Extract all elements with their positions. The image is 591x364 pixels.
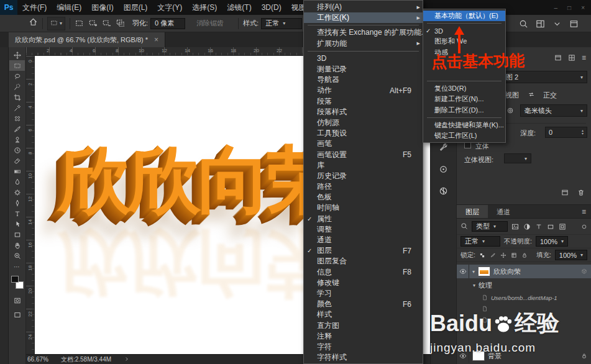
screen-mode-button[interactable] [9,309,25,320]
menu-item[interactable]: 样式 [304,309,423,320]
menu-item[interactable]: 字符样式 [304,352,423,363]
intersect-selection-icon[interactable] [116,19,125,28]
move-lock-icon[interactable] [500,252,506,258]
workspace-switcher-icon[interactable] [536,19,545,29]
wrench-icon[interactable] [439,143,448,152]
filter-toggle-icon[interactable] [581,224,587,230]
menu-item[interactable]: 学习 [304,288,423,299]
menu-item[interactable]: 库 [304,160,423,171]
menu-item[interactable]: ✓图层F7 [304,245,423,256]
artboard-lock-icon[interactable] [511,252,517,258]
menu-item[interactable]: 动作Alt+F9 [304,85,423,96]
shape-tool[interactable] [9,229,25,240]
chevron-right-icon[interactable] [124,356,130,362]
minimize-button[interactable]: – [554,4,558,11]
quick-mask-button[interactable] [9,295,25,306]
zoom-level[interactable]: 66.67% [27,356,48,363]
panel-icon[interactable] [561,189,569,196]
vertical-ruler[interactable]: 024681012141618202224 [26,56,35,354]
menu-item[interactable]: 时间轴 [304,202,423,213]
menubar-item[interactable]: 滤镜(T) [222,0,256,15]
depth-stepper[interactable]: 0 ▴▾ [545,127,587,138]
filter-type-select[interactable]: 类型 ▾ [472,221,508,232]
smart-object-filter-icon[interactable] [559,223,566,230]
gradient-tool[interactable] [9,166,25,176]
menu-item[interactable]: 锁定工作区(L) [423,130,505,141]
menubar-item[interactable]: 3D(D) [257,0,286,15]
blend-mode-select[interactable]: 正常 ▾ [460,236,500,247]
menu-item[interactable]: 修改键 [304,278,423,288]
menu-item[interactable]: 直方图 [304,320,423,330]
style-select[interactable]: 正常 ▾ [261,18,302,29]
menu-item[interactable]: 注释 [304,331,423,342]
menu-item[interactable]: 通道 [304,235,423,245]
new-selection-icon[interactable] [75,19,84,28]
menubar-item[interactable]: 图层(L) [119,0,153,15]
menu-item[interactable]: 画笔设置F5 [304,149,423,160]
menu-item[interactable]: 复位3D(R) [423,83,505,94]
brush-tool[interactable] [9,124,25,134]
menu-item[interactable]: 新建工作区(N)... [423,94,505,104]
panel-icon[interactable] [554,54,562,61]
blur-tool[interactable] [9,176,25,187]
edit-toolbar-icon[interactable]: ⋯ [14,263,21,270]
quick-selection-tool[interactable] [9,81,25,92]
feather-input[interactable]: 0 像素 [150,18,185,29]
tool-preset-picker[interactable]: ▾ [47,17,65,30]
menubar-item[interactable]: 文件(F) [17,0,52,15]
menu-item[interactable]: 字符 [304,342,423,352]
tab-channels[interactable]: 通道 [488,205,519,218]
lens-select[interactable]: 毫米镜头 ▾ [520,104,587,117]
lasso-tool[interactable] [9,71,25,81]
menu-item[interactable]: ✓属性 [304,214,423,224]
menu-item[interactable]: 排列(A)▶ [304,2,423,12]
menubar-item[interactable]: 文字(Y) [152,0,187,15]
panel-menu-icon[interactable]: ≡ [577,205,591,218]
opacity-select[interactable]: 100% ▾ [536,236,568,247]
target-icon[interactable] [439,165,448,174]
hand-tool[interactable] [9,240,25,250]
3d-object-select[interactable]: 图 2 ▾ [502,71,587,83]
adjustment-filter-icon[interactable] [523,223,531,230]
tab-layers[interactable]: 图层 [457,205,488,218]
menu-item[interactable]: 仿制源 [304,117,423,128]
dodge-tool[interactable] [9,187,25,198]
close-icon[interactable]: × [154,35,158,44]
menubar-item[interactable]: 图像(I) [86,0,118,15]
foreground-color-swatch[interactable] [11,276,19,283]
menu-item[interactable]: 导航器 [304,75,423,85]
fill-select[interactable]: 100% ▾ [555,250,587,260]
add-selection-icon[interactable] [88,19,98,28]
chevron-down-icon[interactable] [552,19,562,29]
menu-item[interactable]: 键盘快捷键和菜单(K)... [423,120,505,130]
move-tool[interactable] [9,50,25,60]
healing-brush-tool[interactable] [9,113,25,124]
pen-tool[interactable] [9,198,25,208]
close-window-button[interactable]: × [581,4,585,11]
menu-item[interactable]: 色板 [304,192,423,202]
zoom-tool[interactable] [9,250,25,261]
menubar-item[interactable]: 编辑(E) [52,0,86,15]
crop-tool[interactable] [9,92,25,102]
home-icon-slot[interactable] [29,17,38,29]
cross-section-icon[interactable] [439,186,448,196]
pixel-filter-icon[interactable] [511,223,519,230]
rectangular-marquee-tool[interactable] [9,60,25,71]
eraser-tool[interactable] [9,155,25,166]
history-brush-tool[interactable] [9,145,25,155]
menu-item[interactable]: 工具预设 [304,128,423,139]
menu-item[interactable]: 3D [304,53,423,64]
home-icon[interactable] [29,17,38,27]
menu-item[interactable]: 调整 [304,224,423,235]
type-filter-icon[interactable] [535,223,543,230]
menu-item[interactable]: 工作区(K)▶ [304,12,423,23]
document-tab[interactable]: 欣欣向荣.psd @ 66.7% (欣欣向荣, RGB/8) * × [9,32,165,47]
search-icon[interactable] [519,19,528,29]
menu-item[interactable]: 段落样式 [304,107,423,117]
filter-toggle-slot[interactable] [581,221,587,232]
left-dock-strip[interactable]: » [0,32,9,364]
menu-item[interactable]: 查找有关 Exchange 的扩展功能... [304,27,423,38]
path-selection-tool[interactable] [9,219,25,229]
subtract-selection-icon[interactable] [102,19,111,28]
menu-item[interactable]: 基本功能（默认）(E) [423,11,505,21]
